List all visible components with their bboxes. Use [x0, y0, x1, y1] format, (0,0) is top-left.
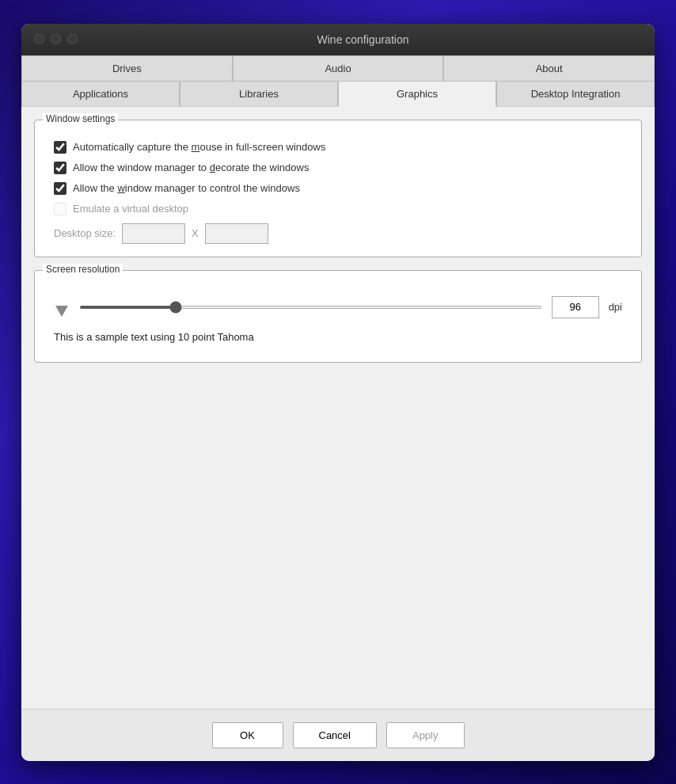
tab-graphics[interactable]: Graphics — [338, 81, 496, 107]
dpi-input[interactable] — [552, 296, 599, 318]
checkbox-virtual-desktop[interactable] — [54, 203, 66, 215]
tab-bar: Drives Audio About Applications Librarie… — [21, 55, 655, 107]
tab-row-2: Applications Libraries Graphics Desktop … — [21, 81, 655, 106]
tab-drives[interactable]: Drives — [21, 55, 233, 81]
checkbox-decorate[interactable] — [54, 162, 66, 174]
tab-about[interactable]: About — [443, 55, 655, 81]
label-capture-mouse: Automatically capture the mouse in full-… — [73, 141, 325, 153]
dpi-slider[interactable] — [79, 306, 542, 309]
slider-row: dpi — [54, 296, 622, 318]
cancel-button[interactable]: Cancel — [293, 722, 377, 748]
screen-resolution-group: Screen resolution dpi This is a sample t… — [34, 270, 642, 363]
sample-text: This is a sample text using 10 point Tah… — [54, 331, 622, 343]
checkbox-control[interactable] — [54, 182, 66, 195]
tab-audio[interactable]: Audio — [233, 55, 444, 81]
close-button[interactable] — [34, 34, 44, 44]
desktop-size-label: Desktop size: — [54, 227, 116, 239]
minimize-button[interactable] — [51, 34, 61, 44]
desktop-height-input[interactable] — [205, 223, 268, 244]
desktop-width-input[interactable] — [122, 223, 185, 244]
window-title: Wine configuration — [84, 33, 642, 46]
checkbox-row-control: Allow the window manager to control the … — [54, 182, 629, 195]
checkbox-row-capture-mouse: Automatically capture the mouse in full-… — [54, 141, 629, 154]
tab-row-1: Drives Audio About — [21, 55, 655, 81]
underline-d: d — [210, 162, 215, 173]
wine-config-window: Wine configuration Drives Audio About Ap… — [21, 24, 655, 761]
underline-m: m — [192, 141, 200, 153]
bottom-bar: OK Cancel Apply — [21, 709, 655, 761]
titlebar: Wine configuration — [21, 24, 655, 55]
ok-button[interactable]: OK — [212, 722, 283, 748]
x-separator: X — [192, 227, 199, 239]
checkbox-capture-mouse[interactable] — [54, 141, 66, 154]
apply-button[interactable]: Apply — [386, 722, 465, 748]
dpi-label: dpi — [609, 301, 622, 313]
checkbox-row-decorate: Allow the window manager to decorate the… — [54, 162, 629, 174]
content-area: Window settings Automatically capture th… — [21, 107, 655, 709]
label-control: Allow the window manager to control the … — [73, 182, 300, 194]
underline-w: w — [117, 182, 124, 194]
label-decorate: Allow the window manager to decorate the… — [73, 162, 309, 173]
window-settings-title: Window settings — [43, 113, 118, 124]
slider-icon — [54, 298, 70, 317]
tab-libraries[interactable]: Libraries — [180, 81, 338, 106]
desktop-size-row: Desktop size: X — [54, 223, 629, 244]
tab-applications[interactable]: Applications — [21, 81, 180, 106]
window-settings-group: Window settings Automatically capture th… — [34, 120, 642, 257]
maximize-button[interactable] — [67, 34, 78, 44]
label-virtual-desktop: Emulate a virtual desktop — [73, 203, 188, 215]
checkbox-row-virtual-desktop: Emulate a virtual desktop — [54, 203, 629, 215]
tab-desktop-integration[interactable]: Desktop Integration — [496, 81, 655, 106]
screen-resolution-title: Screen resolution — [43, 264, 123, 275]
